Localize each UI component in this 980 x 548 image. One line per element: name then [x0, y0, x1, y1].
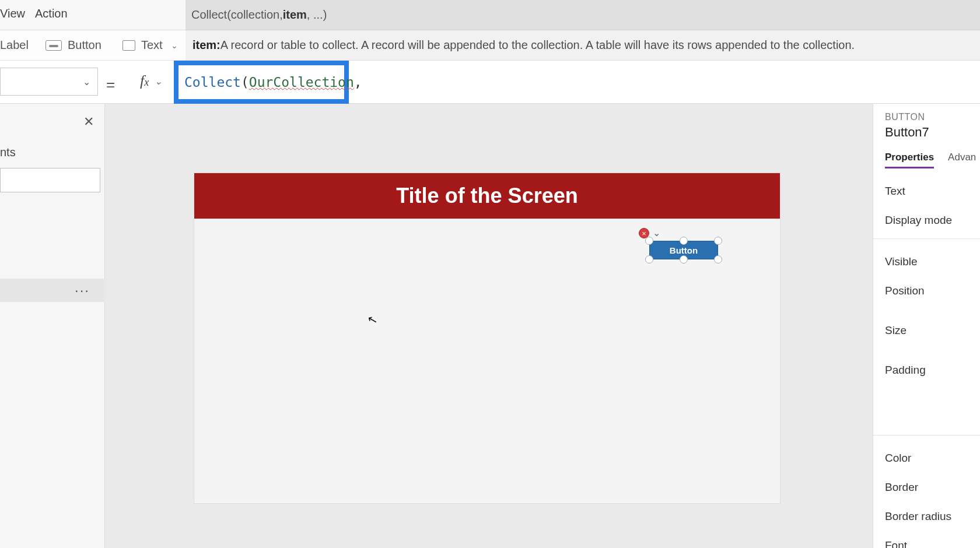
canvas-area: Title of the Screen × ⌄ Button ↖ — [105, 104, 873, 548]
formula-token-tail: , — [354, 75, 362, 90]
sig-current-param: item — [283, 8, 307, 22]
divider — [873, 435, 980, 435]
control-menu-chevron-icon[interactable]: ⌄ — [653, 227, 660, 238]
menu-view[interactable]: View — [0, 7, 25, 20]
insert-text-label: Text — [141, 38, 163, 52]
resize-handle-n[interactable] — [680, 237, 688, 245]
tree-view-panel: ✕ nts ··· — [0, 104, 105, 548]
insert-button-label: Button — [68, 38, 102, 52]
fx-icon: fx — [140, 72, 149, 90]
resize-handle-nw[interactable] — [645, 237, 653, 245]
resize-handle-sw[interactable] — [645, 255, 653, 264]
prop-color[interactable]: Color — [885, 452, 980, 465]
param-help-lead: item: — [192, 38, 220, 52]
fx-button[interactable]: fx ⌄ — [140, 72, 162, 90]
screen-title-bar[interactable]: Title of the Screen — [194, 173, 780, 219]
prop-border-radius[interactable]: Border radius — [885, 510, 980, 523]
control-kind: BUTTON — [885, 112, 980, 122]
button-icon — [46, 40, 62, 51]
resize-handle-ne[interactable] — [714, 237, 722, 245]
sig-prefix: Collect(collection, — [191, 8, 283, 22]
text-icon — [123, 40, 135, 51]
param-help: item: A record or table to collect. A re… — [186, 30, 980, 61]
sig-suffix: , ...) — [307, 8, 327, 22]
close-icon[interactable]: ✕ — [83, 114, 94, 129]
tree-header: nts — [0, 146, 16, 159]
formula-input[interactable]: Collect ( OurCollection , — [178, 65, 344, 99]
properties-panel: BUTTON Button7 Properties Advan Text Dis… — [873, 104, 980, 548]
prop-display-mode[interactable]: Display mode — [885, 214, 980, 227]
prop-font[interactable]: Font — [885, 539, 980, 548]
intellisense-signature: Collect(collection, item , ...) — [186, 0, 980, 30]
insert-button[interactable]: Button — [46, 38, 102, 52]
param-help-desc: A record or table to collect. A record w… — [220, 38, 855, 52]
chevron-down-icon: ⌄ — [83, 76, 90, 87]
menu-action[interactable]: Action — [35, 7, 68, 20]
equals-sign: = — [106, 76, 115, 94]
prop-position[interactable]: Position — [885, 284, 980, 297]
chevron-down-icon: ⌄ — [171, 41, 178, 50]
control-name[interactable]: Button7 — [885, 125, 980, 140]
more-icon[interactable]: ··· — [75, 282, 90, 298]
insert-label[interactable]: Label — [0, 38, 29, 52]
formula-token-paren: ( — [241, 75, 249, 90]
resize-handle-se[interactable] — [714, 255, 722, 264]
screen-canvas[interactable]: Title of the Screen × ⌄ Button — [194, 173, 780, 504]
property-dropdown[interactable]: ⌄ — [0, 68, 98, 96]
formula-token-arg: OurCollection — [249, 75, 354, 90]
resize-handle-s[interactable] — [680, 255, 688, 264]
formula-token-fn: Collect — [184, 75, 241, 90]
tab-advanced[interactable]: Advan — [948, 152, 976, 168]
properties-tabs: Properties Advan — [885, 152, 980, 168]
tree-selected-row[interactable]: ··· — [0, 279, 104, 302]
chevron-down-icon: ⌄ — [155, 76, 162, 87]
screen-title: Title of the Screen — [396, 184, 578, 208]
formula-highlight: Collect ( OurCollection , — [174, 61, 349, 104]
prop-padding[interactable]: Padding — [885, 364, 980, 377]
tab-properties[interactable]: Properties — [885, 152, 934, 168]
insert-text[interactable]: Text ⌄ — [123, 38, 178, 52]
prop-visible[interactable]: Visible — [885, 255, 980, 268]
tree-search-input[interactable] — [0, 168, 100, 192]
prop-border[interactable]: Border — [885, 481, 980, 494]
prop-size[interactable]: Size — [885, 324, 980, 337]
prop-text[interactable]: Text — [885, 185, 980, 198]
selected-button-text: Button — [670, 245, 698, 255]
divider — [873, 238, 980, 239]
